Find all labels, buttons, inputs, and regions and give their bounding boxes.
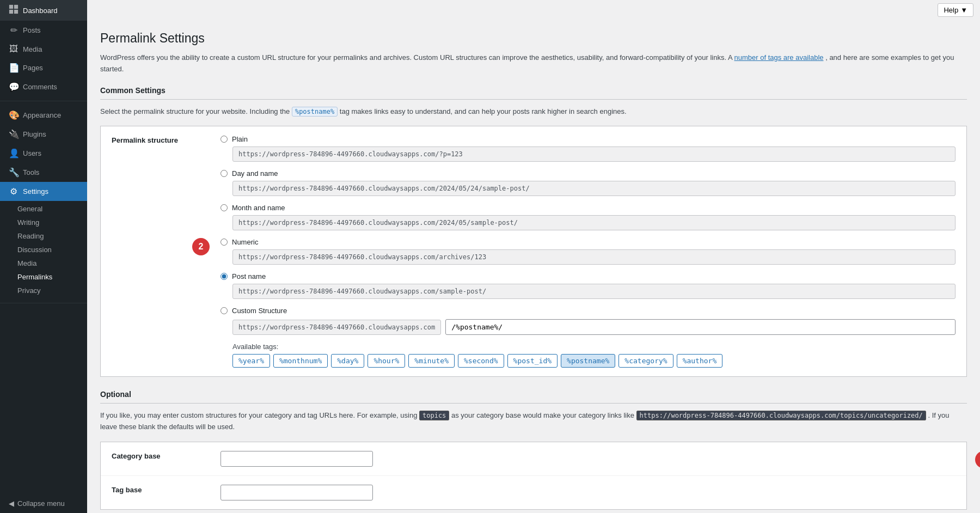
custom-structure-row: https://wordpress-784896-4497660.cloudwa… (232, 319, 955, 335)
option-month-name-label[interactable]: Month and name (220, 204, 955, 212)
tag-minute[interactable]: %minute% (408, 354, 455, 368)
sidebar-item-plugins[interactable]: 🔌 Plugins (0, 125, 87, 144)
option-plain: Plain https://wordpress-784896-4497660.c… (220, 135, 955, 162)
annotation-badge-2: 2 (192, 238, 210, 255)
tag-base-input[interactable] (220, 485, 373, 500)
radio-day-name[interactable] (220, 170, 228, 177)
intro-text: WordPress offers you the ability to crea… (100, 52, 967, 75)
optional-table: Category base 3 Tag base (100, 442, 967, 510)
option-plain-label[interactable]: Plain (220, 135, 955, 143)
category-base-label: Category base (112, 451, 210, 460)
common-settings-title: Common Settings (100, 86, 967, 100)
option-month-name: Month and name https://wordpress-784896-… (220, 204, 955, 230)
optional-desc: If you like, you may enter custom struct… (100, 410, 967, 433)
svg-rect-2 (9, 10, 13, 14)
option-numeric-label[interactable]: Numeric (220, 238, 955, 246)
annotation-badge-3: 3 (975, 451, 980, 468)
submenu-reading[interactable]: Reading (0, 229, 87, 243)
svg-rect-1 (14, 5, 18, 9)
tag-author[interactable]: %author% (677, 354, 723, 368)
permalink-structure-label: Permalink structure (112, 135, 210, 144)
sidebar-item-comments[interactable]: 💬 Comments (0, 77, 87, 96)
option-numeric: Numeric https://wordpress-784896-4497660… (220, 238, 955, 265)
sidebar-divider-1 (0, 101, 87, 101)
tag-year[interactable]: %year% (232, 354, 270, 368)
tags-link[interactable]: number of tags are available (734, 53, 823, 62)
sidebar-item-users[interactable]: 👤 Users (0, 144, 87, 163)
posts-icon: ✏ (9, 25, 19, 35)
tag-day[interactable]: %day% (331, 354, 364, 368)
tag-post_id[interactable]: %post_id% (507, 354, 558, 368)
sidebar-item-media[interactable]: 🖼 Media (0, 40, 87, 58)
postname-tag: %postname% (292, 107, 338, 117)
sidebar: Dashboard ✏ Posts 🖼 Media 📄 Pages 💬 Comm… (0, 0, 87, 513)
option-day-name: Day and name https://wordpress-784896-44… (220, 169, 955, 196)
sidebar-item-settings[interactable]: ⚙ Settings (0, 182, 87, 201)
collapse-icon: ◀ (9, 499, 14, 508)
option-post-name-label[interactable]: Post name (220, 272, 955, 280)
category-base-field (220, 451, 955, 467)
comments-label: Comments (23, 83, 57, 91)
sidebar-item-appearance[interactable]: 🎨 Appearance (0, 106, 87, 125)
settings-submenu: General Writing Reading Discussion Media… (0, 201, 87, 298)
tag-monthnum[interactable]: %monthnum% (273, 354, 328, 368)
collapse-label: Collapse menu (17, 499, 65, 508)
pages-label: Pages (23, 64, 43, 72)
common-description: Select the permalink structure for your … (100, 106, 967, 118)
sidebar-item-tools[interactable]: 🔧 Tools (0, 163, 87, 182)
tools-icon: 🔧 (9, 167, 19, 178)
appearance-icon: 🎨 (9, 110, 19, 120)
svg-rect-3 (14, 10, 18, 14)
media-label: Media (23, 45, 42, 53)
page-title: Permalink Settings (100, 31, 967, 46)
users-icon: 👤 (9, 148, 19, 158)
plugins-icon: 🔌 (9, 129, 19, 139)
topbar: Help ▼ (87, 0, 980, 20)
option-custom-label[interactable]: Custom Structure (220, 307, 955, 315)
settings-table: Permalink structure Plain https://wordpr… (100, 126, 967, 377)
url-month-name: https://wordpress-784896-4497660.cloudwa… (232, 215, 955, 230)
tag-base-row: Tag base (101, 476, 966, 509)
tag-hour[interactable]: %hour% (367, 354, 405, 368)
tag-postname[interactable]: %postname% (561, 354, 615, 368)
help-button[interactable]: Help ▼ (938, 3, 973, 17)
permalink-structure-row: Permalink structure Plain https://wordpr… (101, 126, 966, 376)
posts-label: Posts (23, 26, 41, 34)
submenu-writing[interactable]: Writing (0, 216, 87, 229)
option-custom: Custom Structure https://wordpress-78489… (220, 307, 955, 335)
sidebar-item-dashboard[interactable]: Dashboard (0, 0, 87, 21)
tag-second[interactable]: %second% (458, 354, 504, 368)
category-base-input[interactable] (220, 451, 373, 467)
category-base-row: Category base 3 (101, 442, 966, 476)
tags-container: %year%%monthnum%%day%%hour%%minute%%seco… (232, 354, 955, 368)
plugins-label: Plugins (23, 130, 46, 138)
content-area: Permalink Settings WordPress offers you … (87, 20, 980, 513)
sidebar-item-posts[interactable]: ✏ Posts (0, 21, 87, 40)
option-day-name-label[interactable]: Day and name (220, 169, 955, 178)
settings-label: Settings (23, 187, 48, 196)
url-day-name: https://wordpress-784896-4497660.cloudwa… (232, 181, 955, 196)
pages-icon: 📄 (9, 63, 19, 73)
submenu-general[interactable]: General (0, 202, 87, 216)
submenu-media[interactable]: Media (0, 256, 87, 270)
tools-label: Tools (23, 168, 39, 176)
settings-icon: ⚙ (9, 186, 19, 197)
submenu-discussion[interactable]: Discussion (0, 243, 87, 256)
submenu-permalinks[interactable]: Permalinks (0, 270, 87, 284)
custom-structure-input[interactable] (445, 319, 955, 335)
url-plain: https://wordpress-784896-4497660.cloudwa… (232, 146, 955, 162)
main-area: Help ▼ Permalink Settings WordPress offe… (87, 0, 980, 513)
radio-custom[interactable] (220, 307, 228, 314)
collapse-menu-button[interactable]: ◀ Collapse menu (0, 494, 87, 513)
url-numeric: https://wordpress-784896-4497660.cloudwa… (232, 249, 955, 265)
radio-month-name[interactable] (220, 204, 228, 211)
sidebar-item-pages[interactable]: 📄 Pages (0, 58, 87, 77)
radio-numeric[interactable] (220, 239, 228, 246)
optional-url-code: https://wordpress-784896-4497660.cloudwa… (636, 411, 926, 420)
tag-category[interactable]: %category% (618, 354, 673, 368)
radio-post-name[interactable] (220, 273, 228, 280)
tag-base-label: Tag base (112, 485, 210, 494)
submenu-privacy[interactable]: Privacy (0, 284, 87, 297)
dashboard-icon (9, 4, 19, 16)
radio-plain[interactable] (220, 136, 228, 143)
